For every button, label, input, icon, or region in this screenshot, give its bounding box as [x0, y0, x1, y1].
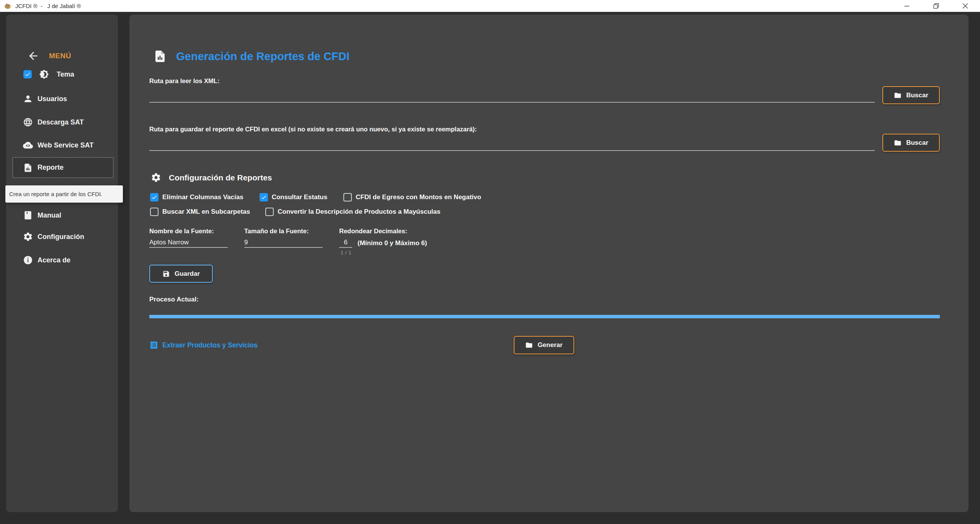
reporte-tooltip: Crea un reporte a partir de los CFDI. [5, 185, 123, 203]
sidebar: MENÚ Tema Usuarios Descarga SAT Web Serv… [6, 15, 118, 512]
checkbox-icon[interactable] [150, 193, 158, 201]
globe-icon [23, 117, 33, 127]
main-panel: Generación de Reportes de CFDI Ruta para… [129, 15, 969, 512]
xml-path-label: Ruta para leer los XML: [149, 77, 219, 85]
report-options-row-1: Eliminar Columnas Vacías Consultar Estat… [150, 193, 481, 201]
sidebar-item-acerca-de[interactable]: Acerca de [6, 252, 118, 268]
window-controls [901, 2, 980, 11]
folder-icon [894, 139, 902, 147]
minimize-icon [904, 3, 910, 9]
excel-browse-button[interactable]: Buscar [882, 134, 940, 152]
font-name-input[interactable] [149, 238, 228, 248]
report-options-row-2: Buscar XML en Subcarpetas Convertir la D… [150, 208, 440, 216]
tooltip-text: Crea un reporte a partir de los CFDI. [9, 191, 102, 197]
checkbox-icon[interactable] [265, 208, 274, 216]
font-size-label: Tamaño de la Fuente: [244, 228, 323, 235]
sidebar-item-reporte[interactable]: Reporte [12, 157, 114, 178]
save-icon [162, 270, 170, 278]
receipt-icon [149, 340, 158, 350]
sidebar-item-descarga-sat[interactable]: Descarga SAT [6, 115, 118, 130]
font-name-label: Nombre de la Fuente: [149, 228, 228, 235]
save-button[interactable]: Guardar [149, 265, 213, 283]
restore-icon [933, 3, 939, 9]
option-cfdi-egreso-negativo[interactable]: CFDI de Egreso con Montos en Negativo [343, 193, 481, 201]
boar-app-icon [4, 2, 12, 10]
font-size-field: Tamaño de la Fuente: [244, 228, 323, 248]
process-progress-bar [149, 315, 940, 318]
book-icon [23, 210, 33, 220]
process-label: Proceso Actual: [149, 296, 199, 303]
decimals-counter: 1 / 1 [341, 250, 427, 255]
option-consultar-estatus[interactable]: Consultar Estatus [260, 193, 327, 201]
font-name-field: Nombre de la Fuente: [149, 228, 228, 248]
close-icon [962, 3, 968, 9]
extract-products-link[interactable]: Extraer Productos y Servicios [149, 340, 258, 350]
window-titlebar: JCFDI ® - J de Jabalí ® [0, 0, 980, 12]
window-title: JCFDI ® - J de Jabalí ® [15, 3, 81, 9]
report-header-icon [153, 47, 167, 65]
person-icon [23, 94, 33, 104]
info-icon [23, 255, 33, 265]
report-icon [23, 163, 33, 173]
gear-icon [23, 232, 33, 242]
page-title: Generación de Reportes de CFDI [176, 50, 350, 63]
menu-header: MENÚ [24, 50, 71, 62]
close-button[interactable] [959, 2, 971, 11]
sidebar-item-web-service-sat[interactable]: Web Service SAT [6, 138, 118, 153]
tema-checkbox[interactable] [23, 70, 32, 79]
sidebar-item-configuracion[interactable]: Configuración [6, 229, 118, 244]
folder-icon [525, 341, 533, 349]
checkbox-icon[interactable] [343, 193, 352, 201]
config-section-header: Configuración de Reportes [151, 172, 272, 183]
generate-button[interactable]: Generar [514, 336, 574, 354]
excel-path-label: Ruta para guardar el reporte de CFDI en … [149, 126, 477, 133]
xml-browse-button[interactable]: Buscar [882, 86, 940, 104]
decimals-input[interactable] [339, 238, 352, 248]
option-eliminar-columnas-vacias[interactable]: Eliminar Columnas Vacías [150, 193, 243, 201]
decimals-label: Redondear Decimales: [339, 228, 427, 235]
sidebar-item-manual[interactable]: Manual [6, 208, 118, 223]
option-convertir-descripcion-mayusculas[interactable]: Convertir la Descripción de Productos a … [265, 208, 440, 216]
menu-title: MENÚ [49, 52, 71, 60]
gear-icon [151, 172, 161, 183]
cloud-code-icon [23, 140, 33, 150]
checkbox-icon[interactable] [260, 193, 268, 201]
minimize-button[interactable] [901, 2, 913, 11]
progress-fill [149, 315, 940, 318]
check-icon [24, 71, 31, 77]
xml-path-input[interactable] [149, 91, 875, 103]
decimals-field: Redondear Decimales: (Mínimo 0 y Máximo … [339, 228, 427, 255]
back-arrow-icon[interactable] [24, 50, 42, 62]
folder-icon [894, 92, 902, 99]
theme-icon [39, 69, 49, 79]
restore-button[interactable] [930, 2, 942, 11]
font-size-input[interactable] [244, 238, 323, 248]
sidebar-item-tema[interactable]: Tema [6, 67, 118, 82]
excel-path-input[interactable] [149, 139, 875, 151]
config-section-title: Configuración de Reportes [169, 173, 272, 182]
checkbox-icon[interactable] [150, 208, 158, 216]
page-header: Generación de Reportes de CFDI [153, 47, 350, 65]
option-buscar-xml-subcarpetas[interactable]: Buscar XML en Subcarpetas [150, 208, 250, 216]
sidebar-item-usuarios[interactable]: Usuarios [6, 91, 118, 106]
decimals-hint: (Mínimo 0 y Máximo 6) [358, 239, 427, 248]
